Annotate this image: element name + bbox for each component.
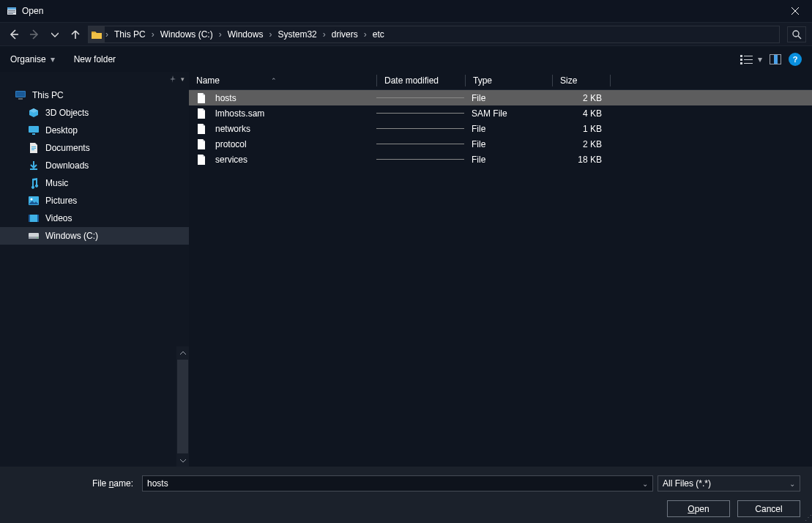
- sidebar-item-pictures[interactable]: Pictures: [0, 192, 189, 209]
- file-type: File: [464, 155, 551, 165]
- scroll-up-icon[interactable]: [176, 346, 189, 359]
- column-name[interactable]: Name ⌃: [189, 72, 376, 89]
- sidebar-item-music[interactable]: Music: [0, 174, 189, 192]
- svg-rect-11: [740, 59, 742, 61]
- sidebar-item-documents[interactable]: Documents: [0, 139, 189, 157]
- sidebar-root-this-pc[interactable]: This PC: [0, 86, 189, 104]
- resize-grip-icon[interactable]: ⋰: [805, 513, 811, 522]
- column-size[interactable]: Size: [553, 72, 610, 89]
- file-date-redacted: [376, 113, 464, 114]
- sidebar-item-label: Videos: [45, 213, 72, 223]
- filename-label: File name:: [12, 478, 138, 489]
- search-button[interactable]: [787, 26, 806, 42]
- sidebar-item-label: Desktop: [45, 125, 78, 136]
- sidebar-item-label: Windows (C:): [45, 231, 98, 241]
- svg-rect-15: [744, 63, 753, 64]
- sidebar-scrollbar[interactable]: [176, 346, 189, 467]
- scrollbar-thumb[interactable]: [177, 360, 188, 453]
- pin-icon[interactable]: [169, 75, 176, 83]
- cancel-button[interactable]: Cancel: [737, 500, 800, 517]
- file-name: protocol: [215, 139, 376, 149]
- recent-locations-button[interactable]: [47, 26, 63, 42]
- file-name: networks: [215, 124, 376, 134]
- back-button[interactable]: [6, 26, 22, 42]
- scroll-down-icon[interactable]: [176, 454, 189, 467]
- sidebar-item-3d-objects[interactable]: 3D Objects: [0, 104, 189, 122]
- breadcrumb-etc[interactable]: etc: [368, 26, 390, 42]
- sidebar-root-label: This PC: [32, 90, 64, 100]
- svg-rect-2: [8, 10, 15, 11]
- titlebar: Open: [0, 0, 812, 22]
- file-size: 2 KB: [551, 139, 608, 149]
- file-row-services[interactable]: servicesFile18 KB: [189, 152, 812, 167]
- open-button[interactable]: Open: [667, 500, 730, 517]
- organise-menu[interactable]: Organise ▾: [10, 54, 55, 64]
- breadcrumb-windows[interactable]: Windows: [223, 26, 269, 42]
- svg-point-8: [793, 31, 799, 37]
- chevron-down-icon: ⌄: [789, 480, 795, 488]
- svg-point-26: [31, 199, 33, 201]
- column-divider[interactable]: [610, 75, 611, 86]
- filename-field[interactable]: [147, 478, 642, 489]
- sidebar-item-downloads[interactable]: Downloads: [0, 157, 189, 174]
- doc-icon: [28, 142, 40, 154]
- help-button[interactable]: ?: [789, 53, 802, 66]
- address-bar[interactable]: › This PC›Windows (C:)›Windows›System32›…: [88, 26, 780, 43]
- svg-rect-12: [740, 62, 742, 64]
- file-name: lmhosts.sam: [215, 108, 376, 119]
- breadcrumb-windows-c-[interactable]: Windows (C:): [155, 26, 218, 42]
- file-row-protocol[interactable]: protocolFile2 KB: [189, 136, 812, 152]
- file-icon: [196, 108, 208, 119]
- file-size: 18 KB: [551, 155, 608, 165]
- sidebar-item-desktop[interactable]: Desktop: [0, 122, 189, 139]
- organise-label: Organise: [10, 54, 46, 64]
- file-row-networks[interactable]: networksFile1 KB: [189, 121, 812, 136]
- svg-rect-3: [8, 12, 15, 12]
- address-folder-icon: [89, 26, 105, 42]
- svg-rect-7: [92, 31, 95, 33]
- file-icon: [196, 138, 208, 150]
- breadcrumb-system32[interactable]: System32: [272, 26, 321, 42]
- svg-rect-4: [8, 13, 13, 14]
- vid-icon: [28, 212, 40, 224]
- help-icon: ?: [789, 53, 802, 66]
- svg-rect-17: [16, 92, 25, 97]
- svg-rect-14: [744, 59, 753, 60]
- column-headers: Name ⌃ Date modified Type Size: [189, 72, 812, 90]
- svg-rect-10: [740, 55, 742, 57]
- column-date-modified[interactable]: Date modified: [377, 72, 465, 89]
- close-button[interactable]: [778, 0, 812, 22]
- breadcrumb-drivers[interactable]: drivers: [327, 26, 363, 42]
- nav-toolbar: › This PC›Windows (C:)›Windows›System32›…: [0, 22, 812, 46]
- svg-rect-19: [29, 126, 39, 133]
- chevron-down-icon[interactable]: ⌄: [642, 480, 648, 488]
- preview-pane-button[interactable]: [770, 54, 781, 64]
- svg-rect-20: [32, 133, 35, 135]
- file-row-hosts[interactable]: hostsFile2 KB: [189, 90, 812, 105]
- up-button[interactable]: [67, 26, 83, 42]
- sidebar-item-videos[interactable]: Videos: [0, 209, 189, 227]
- breadcrumb-this-pc[interactable]: This PC: [109, 26, 151, 42]
- sidebar-item-windows-c-[interactable]: Windows (C:): [0, 227, 189, 245]
- view-menu[interactable]: ▾: [740, 54, 762, 64]
- file-type: File: [464, 124, 551, 134]
- new-folder-button[interactable]: New folder: [74, 54, 116, 64]
- file-type-filter[interactable]: All Files (*.*) ⌄: [658, 475, 800, 492]
- sidebar-item-label: Music: [45, 178, 68, 188]
- chevron-down-icon[interactable]: ▾: [181, 75, 185, 83]
- file-icon: [196, 154, 208, 166]
- filename-input[interactable]: ⌄: [142, 475, 653, 492]
- column-type[interactable]: Type: [466, 72, 552, 89]
- music-icon: [28, 177, 40, 189]
- desktop-icon: [28, 125, 40, 136]
- chevron-down-icon: ▾: [758, 54, 762, 64]
- forward-button[interactable]: [26, 26, 42, 42]
- window-title: Open: [22, 6, 778, 16]
- sort-asc-icon: ⌃: [271, 77, 277, 84]
- sidebar-item-label: 3D Objects: [45, 108, 89, 118]
- preview-pane-icon: [770, 54, 781, 64]
- file-row-lmhosts-sam[interactable]: lmhosts.samSAM File4 KB: [189, 105, 812, 121]
- file-date-redacted: [376, 97, 464, 98]
- svg-rect-23: [31, 149, 34, 150]
- svg-rect-1: [7, 7, 16, 10]
